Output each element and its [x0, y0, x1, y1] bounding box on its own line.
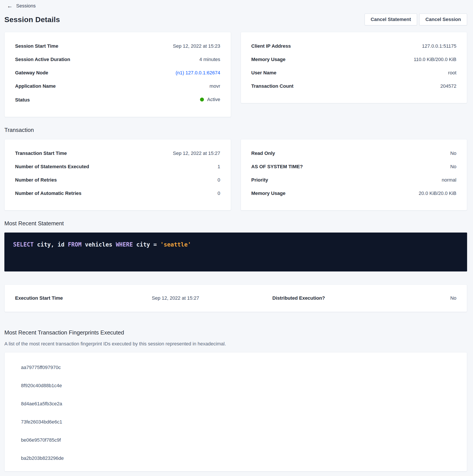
row-label: Memory Usage [251, 56, 286, 63]
row-value: Sep 12, 2022 at 15:27 [173, 150, 220, 156]
retries-row: Number of Retries 0 [15, 177, 220, 183]
session-summary-card-right: Client IP Address 127.0.0.1:51175 Memory… [241, 32, 467, 103]
row-value: 20.0 KiB/20.0 KiB [419, 190, 457, 196]
session-active-duration-row: Session Active Duration 4 minutes [15, 56, 220, 63]
execution-start-time-cell: Execution Start Time Sep 12, 2022 at 15:… [15, 295, 232, 301]
row-label: Session Active Duration [15, 56, 70, 63]
back-arrow-icon: ← [7, 3, 13, 9]
fingerprint-item: 8d4ae61a5fb3ce2a [21, 401, 457, 407]
row-value: 1 [217, 164, 220, 170]
fingerprint-item: be06e9570f785c9f [21, 437, 457, 443]
sql-text: city = [133, 241, 160, 248]
fingerprint-item: aa79775ff097970c [21, 364, 457, 371]
row-value: No [450, 295, 457, 301]
session-start-time-row: Session Start Time Sep 12, 2022 at 15:23 [15, 43, 220, 49]
memory-usage-row: Memory Usage 110.0 KiB/200.0 KiB [251, 56, 457, 63]
row-value: No [450, 150, 457, 156]
row-value: 127.0.0.1:51175 [422, 43, 457, 49]
sql-keyword: WHERE [116, 241, 133, 248]
row-label: Client IP Address [251, 43, 291, 49]
fingerprint-item: 73fe26034bd6e6c1 [21, 419, 457, 425]
session-details-page: ← Sessions Session Details Cancel Statem… [0, 0, 473, 476]
gateway-node-row: Gateway Node (n1) 127.0.0.1:62674 [15, 70, 220, 76]
client-ip-row: Client IP Address 127.0.0.1:51175 [251, 43, 457, 49]
row-label: User Name [251, 70, 277, 76]
sql-keyword: SELECT [13, 241, 34, 248]
fingerprints-description: A list of the most recent transaction fi… [4, 341, 467, 347]
sql-text: vehicles [82, 241, 116, 248]
row-value: 0 [217, 177, 220, 183]
page-title: Session Details [4, 15, 60, 24]
row-label: Transaction Count [251, 83, 294, 89]
row-label: Number of Statements Executed [15, 164, 89, 170]
row-label: Transaction Start Time [15, 150, 67, 156]
cancel-session-button[interactable]: Cancel Session [419, 14, 467, 25]
read-only-row: Read Only No [251, 150, 457, 156]
row-label: Gateway Node [15, 70, 48, 76]
application-name-row: Application Name movr [15, 83, 220, 89]
row-value: normal [442, 177, 457, 183]
status-value: Active [200, 97, 220, 102]
row-label: Read Only [251, 150, 275, 156]
sql-text: city, id [34, 241, 68, 248]
priority-row: Priority normal [251, 177, 457, 183]
row-label: Execution Start Time [15, 295, 63, 301]
transaction-card-left: Transaction Start Time Sep 12, 2022 at 1… [4, 139, 231, 210]
sql-keyword: FROM [68, 241, 82, 248]
status-row: Status Active [15, 97, 220, 103]
as-of-system-time-row: AS OF SYSTEM TIME? No [251, 164, 457, 170]
fingerprint-item: ba2b203b823296de [21, 455, 457, 461]
statement-section-heading: Most Recent Statement [4, 220, 467, 227]
session-summary-card-left: Session Start Time Sep 12, 2022 at 15:23… [4, 32, 231, 117]
row-label: Priority [251, 177, 268, 183]
row-label: Application Name [15, 83, 56, 89]
tx-memory-usage-row: Memory Usage 20.0 KiB/20.0 KiB [251, 190, 457, 196]
row-label: Number of Retries [15, 177, 57, 183]
row-label: Status [15, 97, 30, 103]
row-label: Session Start Time [15, 43, 58, 49]
session-summary-row: Session Start Time Sep 12, 2022 at 15:23… [4, 32, 467, 117]
sql-statement: SELECT city, id FROM vehicles WHERE city… [13, 241, 191, 248]
row-value: Sep 12, 2022 at 15:27 [152, 295, 199, 301]
transaction-start-time-row: Transaction Start Time Sep 12, 2022 at 1… [15, 150, 220, 156]
user-name-row: User Name root [251, 70, 457, 76]
transaction-count-row: Transaction Count 204572 [251, 83, 457, 89]
row-value: 204572 [440, 83, 457, 89]
row-label: Memory Usage [251, 190, 286, 196]
cancel-statement-button[interactable]: Cancel Statement [365, 14, 417, 25]
back-to-sessions-link[interactable]: ← Sessions [4, 3, 36, 9]
execution-summary-card: Execution Start Time Sep 12, 2022 at 15:… [4, 284, 467, 312]
transaction-row: Transaction Start Time Sep 12, 2022 at 1… [4, 139, 467, 210]
row-value: Sep 12, 2022 at 15:23 [173, 43, 220, 49]
row-label: Distributed Execution? [272, 295, 325, 301]
row-value: No [450, 164, 457, 170]
row-value: root [448, 70, 457, 76]
row-value: 4 minutes [199, 56, 220, 63]
row-value: 0 [217, 190, 220, 196]
fingerprint-item: 8f920c40d88b1c4e [21, 383, 457, 389]
distributed-execution-cell: Distributed Execution? No [232, 295, 457, 301]
fingerprints-card: aa79775ff097970c 8f920c40d88b1c4e 8d4ae6… [4, 352, 467, 471]
header-actions: Cancel Statement Cancel Session [365, 14, 467, 25]
row-label: Number of Automatic Retries [15, 190, 82, 196]
back-link-label: Sessions [16, 3, 36, 9]
gateway-node-link[interactable]: (n1) 127.0.0.1:62674 [176, 70, 220, 76]
status-active-dot-icon [200, 98, 204, 102]
sql-string-literal: 'seattle' [160, 241, 191, 248]
row-value: movr [210, 83, 220, 89]
automatic-retries-row: Number of Automatic Retries 0 [15, 190, 220, 196]
transaction-section-heading: Transaction [4, 127, 467, 134]
title-row: Session Details Cancel Statement Cancel … [4, 14, 467, 25]
fingerprints-section-heading: Most Recent Transaction Fingerprints Exe… [4, 329, 467, 336]
statements-executed-row: Number of Statements Executed 1 [15, 164, 220, 170]
row-value: 110.0 KiB/200.0 KiB [414, 56, 457, 63]
row-label: AS OF SYSTEM TIME? [251, 164, 303, 170]
status-badge: Active [207, 97, 220, 102]
sql-statement-box: SELECT city, id FROM vehicles WHERE city… [4, 233, 467, 272]
transaction-card-right: Read Only No AS OF SYSTEM TIME? No Prior… [241, 139, 467, 210]
